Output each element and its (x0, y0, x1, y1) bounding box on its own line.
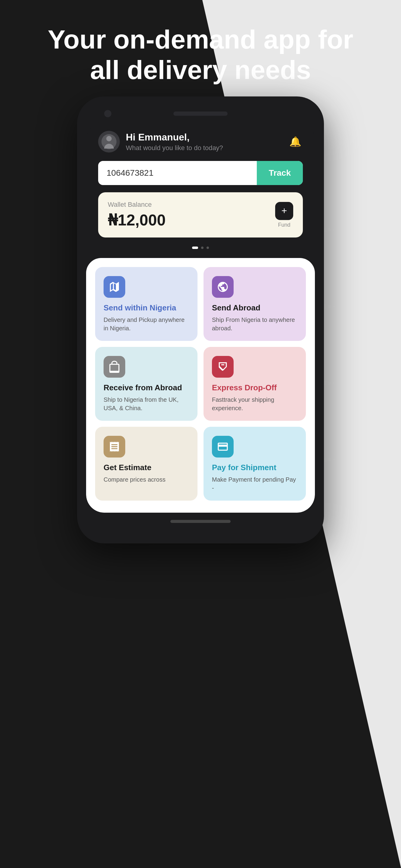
phone-body: Hi Emmanuel, What would you like to do t… (77, 96, 324, 544)
package-icon (104, 356, 125, 378)
greeting-left: Hi Emmanuel, What would you like to do t… (98, 131, 223, 153)
wallet-info: Wallet Balance ₦12,000 (108, 201, 166, 229)
wallet-amount: ₦12,000 (108, 211, 166, 229)
service-grid: Send within Nigeria Delivery and Pickup … (95, 267, 306, 501)
service-desc-receive-abroad: Ship to Nigeria from the UK, USA, & Chin… (104, 396, 189, 412)
lightning-icon (212, 356, 234, 378)
fund-plus-icon[interactable]: + (275, 202, 293, 220)
service-desc-pay-shipment: Make Payment for pending Pay - (212, 475, 297, 492)
greeting-subtitle: What would you like to do today? (126, 144, 223, 152)
camera-dot (104, 110, 111, 117)
map-icon (104, 276, 125, 298)
phone-bottom-bar (86, 513, 315, 525)
service-card-express-dropoff[interactable]: Express Drop-Off Fasttrack your shipping… (203, 347, 306, 421)
avatar (98, 131, 120, 153)
phone-mockup: Hi Emmanuel, What would you like to do t… (77, 96, 324, 544)
service-title-send-abroad: Send Abroad (212, 303, 297, 313)
track-row: Track (98, 161, 303, 185)
track-input[interactable] (98, 161, 257, 185)
dot-1[interactable] (192, 247, 198, 249)
screen-header: Hi Emmanuel, What would you like to do t… (86, 122, 315, 258)
notification-bell-icon[interactable]: 🔔 (288, 134, 303, 149)
greeting-text: Hi Emmanuel, What would you like to do t… (126, 132, 223, 152)
service-title-receive-abroad: Receive from Abroad (104, 383, 189, 393)
greeting-username: Hi Emmanuel, (126, 132, 223, 143)
wallet-card: Wallet Balance ₦12,000 + Fund (98, 192, 303, 238)
speaker-bar (173, 112, 228, 116)
service-card-send-abroad[interactable]: Send Abroad Ship From Nigeria to anywher… (203, 267, 306, 341)
phone-screen: Hi Emmanuel, What would you like to do t… (86, 122, 315, 513)
service-card-get-estimate[interactable]: Get Estimate Compare prices across (95, 427, 198, 501)
avatar-icon (101, 134, 116, 149)
globe-icon (212, 276, 234, 298)
hero-title: Your on-demand app for all delivery need… (30, 24, 371, 85)
service-title-get-estimate: Get Estimate (104, 463, 189, 472)
service-title-pay-shipment: Pay for Shipment (212, 463, 297, 472)
service-title-express-dropoff: Express Drop-Off (212, 383, 297, 393)
service-desc-send-nigeria: Delivery and Pickup anywhere in Nigeria. (104, 315, 189, 333)
receipt-icon (104, 436, 125, 458)
dot-3[interactable] (206, 247, 209, 249)
service-desc-get-estimate: Compare prices across (104, 475, 189, 484)
service-title-send-nigeria: Send within Nigeria (104, 303, 189, 313)
service-desc-send-abroad: Ship From Nigeria to anywhere abroad. (212, 315, 297, 333)
home-indicator (170, 520, 231, 523)
hero-section: Your on-demand app for all delivery need… (0, 24, 401, 85)
fund-label: Fund (278, 222, 290, 228)
service-desc-express-dropoff: Fasttrack your shipping experience. (212, 396, 297, 412)
screen-content: Send within Nigeria Delivery and Pickup … (86, 258, 315, 513)
wallet-label: Wallet Balance (108, 201, 166, 209)
greeting-row: Hi Emmanuel, What would you like to do t… (98, 131, 303, 153)
service-card-receive-abroad[interactable]: Receive from Abroad Ship to Nigeria from… (95, 347, 198, 421)
dot-2[interactable] (201, 247, 203, 249)
phone-top-bar (86, 108, 315, 122)
track-button[interactable]: Track (257, 161, 303, 185)
payment-icon (212, 436, 234, 458)
fund-button[interactable]: + Fund (275, 202, 293, 228)
pagination-dots (98, 244, 303, 249)
service-card-send-nigeria[interactable]: Send within Nigeria Delivery and Pickup … (95, 267, 198, 341)
service-card-pay-shipment[interactable]: Pay for Shipment Make Payment for pendin… (203, 427, 306, 501)
